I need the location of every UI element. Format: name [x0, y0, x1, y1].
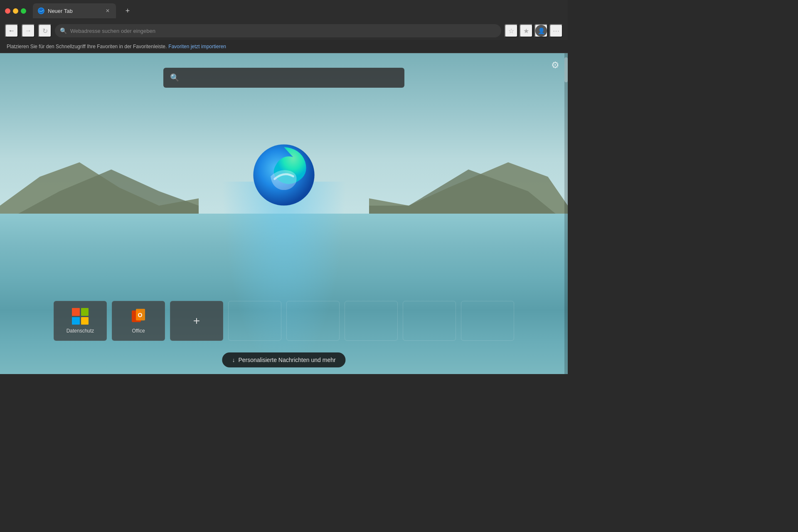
quick-link-empty-3[interactable] [345, 301, 398, 341]
search-input[interactable] [183, 74, 398, 81]
quick-link-empty-1[interactable] [228, 301, 281, 341]
nav-right-buttons: ☆ ★ 👤 ⋯ [505, 24, 563, 37]
quick-links: Datenschutz O Office + [54, 301, 514, 341]
profile-icon: 👤 [538, 27, 545, 34]
personalized-news-bar[interactable]: ↓ Personalisierte Nachrichten und mehr [222, 352, 345, 367]
collections-button[interactable]: ★ [520, 24, 533, 37]
office-logo-icon: O [130, 308, 147, 325]
quick-link-add[interactable]: + [170, 301, 223, 341]
more-options-button[interactable]: ⋯ [549, 24, 563, 37]
water-glow [222, 182, 346, 374]
quick-link-empty-5[interactable] [461, 301, 514, 341]
profile-button[interactable]: 👤 [534, 24, 548, 37]
forward-icon: → [25, 27, 32, 34]
maximize-button[interactable] [21, 8, 26, 14]
close-button[interactable] [5, 8, 10, 14]
address-bar[interactable]: 🔍 [55, 24, 501, 37]
tab-label: Neuer Tab [48, 8, 101, 14]
avatar: 👤 [535, 25, 547, 37]
collection-icon: ★ [523, 27, 529, 35]
title-bar: Neuer Tab ✕ + [0, 0, 568, 22]
quick-link-datenschutz[interactable]: Datenschutz [54, 301, 107, 341]
bottom-bar-arrow-icon: ↓ [232, 357, 235, 363]
star-icon: ☆ [508, 27, 514, 35]
forward-button[interactable]: → [22, 24, 35, 37]
address-search-icon: 🔍 [60, 27, 67, 34]
search-icon: 🔍 [170, 73, 179, 82]
tab-close-button[interactable]: ✕ [104, 7, 111, 14]
settings-gear-button[interactable]: ⚙ [551, 60, 559, 71]
quick-link-empty-2[interactable] [286, 301, 340, 341]
address-input[interactable] [70, 28, 496, 34]
windows-logo-icon [72, 308, 89, 325]
back-icon: ← [8, 27, 15, 34]
new-tab-page: 🔍 ⚙ Datenschutz O [0, 53, 568, 374]
active-tab[interactable]: Neuer Tab ✕ [33, 3, 116, 18]
refresh-button[interactable]: ↻ [38, 24, 52, 37]
add-icon: + [193, 314, 200, 328]
more-icon: ⋯ [553, 27, 559, 35]
quick-link-datenschutz-label: Datenschutz [66, 328, 94, 334]
navigation-bar: ← → ↻ 🔍 ☆ ★ 👤 ⋯ [0, 22, 568, 40]
favorites-bar: Platzieren Sie für den Schnellzugriff Ih… [0, 40, 568, 53]
traffic-lights [5, 8, 26, 14]
bottom-bar-text: Personalisierte Nachrichten und mehr [238, 357, 335, 363]
quick-link-office-label: Office [132, 328, 145, 334]
refresh-icon: ↻ [42, 27, 48, 35]
minimize-button[interactable] [13, 8, 18, 14]
scrollbar[interactable] [564, 53, 568, 374]
tab-favicon [38, 7, 44, 14]
svg-text:O: O [138, 312, 143, 318]
gear-icon: ⚙ [551, 60, 559, 70]
quick-link-empty-4[interactable] [403, 301, 456, 341]
edge-logo [251, 142, 317, 208]
import-favorites-link[interactable]: Favoriten jetzt importieren [168, 44, 226, 49]
new-tab-button[interactable]: + [122, 5, 133, 17]
favorites-star-button[interactable]: ☆ [505, 24, 518, 37]
favorites-bar-text: Platzieren Sie für den Schnellzugriff Ih… [7, 44, 167, 49]
quick-link-office[interactable]: O Office [112, 301, 165, 341]
search-box[interactable]: 🔍 [163, 68, 404, 88]
back-button[interactable]: ← [5, 24, 18, 37]
scrollbar-thumb[interactable] [564, 57, 568, 82]
